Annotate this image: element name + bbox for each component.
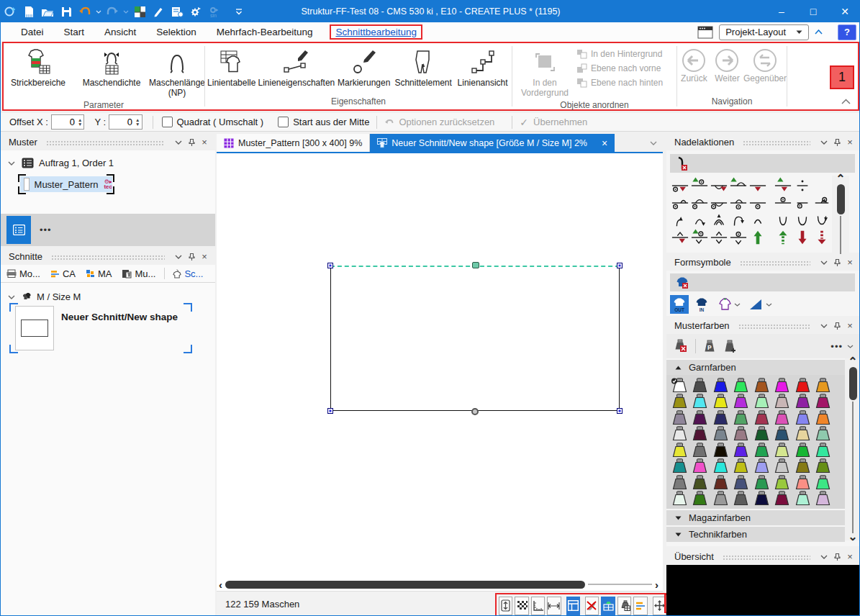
panel-pin-icon[interactable]: [830, 320, 843, 332]
panel-pin-icon[interactable]: [185, 250, 198, 263]
yarn-color-swatch[interactable]: [669, 378, 690, 393]
panel-pin-icon[interactable]: [830, 551, 843, 563]
pattern-editor-button[interactable]: [130, 3, 149, 20]
machine-setup-button[interactable]: [168, 3, 186, 20]
yarn-color-swatch[interactable]: [710, 475, 731, 490]
needle-action-stitch-back[interactable]: [774, 194, 793, 212]
raster-pattern-button[interactable]: [515, 597, 528, 615]
yarn-color-swatch[interactable]: [669, 491, 690, 506]
panel-menu-chevron-icon[interactable]: [818, 551, 830, 563]
yarn-color-swatch[interactable]: [669, 394, 690, 409]
needle-action-stitch-front[interactable]: [748, 194, 774, 212]
yarn-color-swatch[interactable]: [792, 410, 813, 425]
yarn-color-swatch[interactable]: [772, 410, 793, 425]
yarn-color-swatch[interactable]: [710, 491, 731, 506]
undo-dropdown-icon[interactable]: [94, 3, 103, 20]
panel-close-icon[interactable]: ×: [843, 136, 856, 149]
hscroll-left-arrow[interactable]: ‹: [219, 579, 222, 591]
handle-top-left[interactable]: [327, 263, 333, 268]
pattern-item-selected[interactable]: Muster_Pattern ⚙▸ tec: [18, 174, 114, 194]
menu-ansicht[interactable]: Ansicht: [104, 27, 136, 37]
yarn-color-swatch[interactable]: [731, 443, 752, 458]
yarn-delete-icon[interactable]: [674, 339, 688, 353]
needle-action-u-arrow[interactable]: [813, 212, 832, 229]
markierungen-button[interactable]: Markierungen: [335, 45, 392, 90]
canvas-tab-new-shape-active[interactable]: Neuer Schnitt/New shape [Größe M / Size …: [370, 134, 615, 152]
yarn-color-swatch[interactable]: [731, 394, 752, 409]
linienansicht-button[interactable]: Linienansicht: [454, 45, 511, 90]
yarn-color-swatch[interactable]: [669, 475, 690, 490]
linientabelle-button[interactable]: Linientabelle: [206, 45, 258, 90]
hscroll-right-arrow[interactable]: ›: [655, 579, 658, 591]
menu-start[interactable]: Start: [64, 27, 85, 37]
panel-pin-icon[interactable]: [185, 136, 198, 149]
yarn-color-swatch[interactable]: [751, 443, 772, 458]
scroll-thumb[interactable]: [837, 184, 845, 214]
panel-close-icon[interactable]: ×: [843, 551, 856, 563]
tab-overflow-chevron-icon[interactable]: [650, 141, 657, 145]
needle-action-arc-small[interactable]: [748, 212, 774, 229]
needle-action-miss-back[interactable]: [813, 194, 832, 212]
order-tree-row[interactable]: Auftrag 1, Order 1: [8, 158, 215, 168]
section-technikfarben[interactable]: Technikfarben: [666, 527, 845, 542]
yarn-color-swatch[interactable]: [751, 378, 772, 393]
tab-close-icon[interactable]: ×: [602, 137, 607, 149]
yarn-color-swatch[interactable]: [710, 394, 731, 409]
yarn-p-icon[interactable]: P: [703, 340, 716, 353]
yarn-color-swatch[interactable]: [710, 458, 731, 474]
overview-preview[interactable]: [666, 565, 860, 615]
yarn-color-swatch[interactable]: [772, 475, 793, 490]
yarn-table-button[interactable]: [617, 597, 631, 615]
yarn-color-swatch[interactable]: [669, 458, 690, 474]
shape-rectangle[interactable]: [330, 266, 620, 411]
handle-bottom-right[interactable]: [617, 408, 623, 414]
yarn-color-swatch[interactable]: [813, 410, 834, 425]
panel-menu-chevron-icon[interactable]: [172, 136, 185, 149]
canvas-hscrollbar[interactable]: ‹ ›: [217, 578, 663, 591]
yarn-color-swatch[interactable]: [669, 410, 690, 425]
yarn-color-swatch[interactable]: [710, 426, 731, 441]
yarn-color-swatch[interactable]: [772, 443, 793, 458]
help-button[interactable]: ?: [838, 24, 856, 40]
needle-action-float-transfer[interactable]: [748, 177, 774, 194]
yarn-color-swatch[interactable]: [751, 394, 772, 409]
muster-tabs-overflow[interactable]: •••: [40, 225, 52, 235]
panel-close-icon[interactable]: ×: [198, 136, 211, 149]
shape-item-selected[interactable]: Neuer Schnitt/New shape: [9, 303, 192, 353]
needle-action-split-front[interactable]: [671, 229, 690, 246]
section-magazinfarben[interactable]: Magazinfarben: [666, 510, 845, 525]
panel-close-icon[interactable]: ×: [843, 256, 856, 269]
yarn-color-swatch[interactable]: [690, 475, 711, 490]
panel-close-icon[interactable]: ×: [198, 250, 211, 263]
canvas-tab-muster-pattern[interactable]: Muster_Pattern [300 x 400] 9%: [217, 134, 370, 152]
needle-action-u-open2[interactable]: [793, 212, 813, 229]
offset-y-input[interactable]: [109, 117, 134, 127]
yarn-color-swatch[interactable]: [772, 394, 793, 409]
yarn-color-swatch[interactable]: [792, 426, 813, 441]
hscroll-thumb[interactable]: [225, 581, 585, 589]
redo-button[interactable]: [103, 3, 122, 20]
schnitte-tab-sc-active[interactable]: Sc...: [172, 268, 203, 279]
section-garnfarben[interactable]: Garnfarben: [666, 360, 845, 375]
yarn-color-swatch[interactable]: [731, 458, 752, 474]
pattern-view-button-active[interactable]: [601, 597, 615, 615]
handle-top-right[interactable]: [617, 263, 623, 268]
needle-action-loop-front-a[interactable]: [671, 194, 690, 212]
yarn-color-swatch[interactable]: [813, 475, 834, 490]
yarn-add-icon[interactable]: [723, 340, 738, 353]
schnitte-tab-ca[interactable]: CA: [50, 268, 76, 279]
rectangle-left-edge[interactable]: [330, 266, 331, 411]
minimize-button[interactable]: –: [766, 1, 797, 22]
needle-action-arrow-down-dashed[interactable]: [813, 229, 832, 246]
needle-action-u-open[interactable]: [774, 212, 793, 229]
handle-bottom-mid[interactable]: [471, 408, 479, 415]
yarn-color-swatch[interactable]: [751, 475, 772, 490]
needle-action-arrow-down[interactable]: [793, 229, 813, 246]
needle-action-receive-circle[interactable]: [729, 229, 748, 246]
scroll-up-icon[interactable]: ⌃: [836, 176, 845, 183]
layout-select[interactable]: Projekt-Layout: [719, 24, 809, 40]
offset-x-input[interactable]: [52, 117, 76, 127]
yarn-color-swatch[interactable]: [751, 491, 772, 506]
needle-action-loop-back-a[interactable]: [710, 194, 729, 212]
linieneigenschaften-button[interactable]: Linieneigenschaften: [258, 45, 336, 90]
